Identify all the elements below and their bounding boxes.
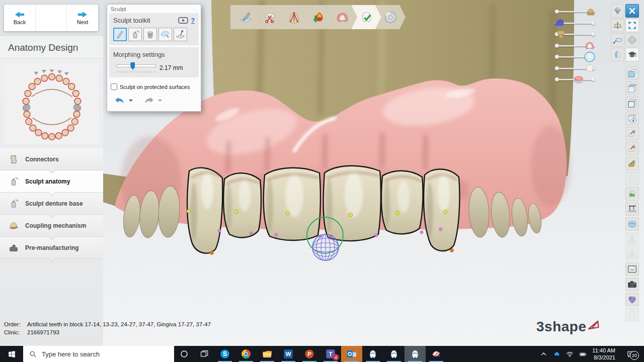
help-link[interactable]: ? <box>191 17 195 24</box>
magic-heart-button[interactable] <box>625 293 639 306</box>
clock[interactable]: 11:40 AM 8/3/2021 <box>592 347 615 361</box>
cube-top-button[interactable] <box>625 81 639 95</box>
taskbar-app-skype-0[interactable]: S <box>214 346 235 362</box>
explorer-icon <box>262 348 273 359</box>
taskbar-app-powerpoint-4[interactable]: P <box>299 346 320 362</box>
sidebar-item-coupling-mechanism[interactable]: Coupling mechanism <box>0 215 103 237</box>
close-icon <box>627 6 637 16</box>
layer-slider-thumb[interactable] <box>554 18 565 29</box>
slider-left-cap <box>555 66 559 70</box>
morphing-slider[interactable] <box>117 62 156 73</box>
taskbar-app-word-3[interactable]: W <box>278 346 299 362</box>
taskbar-app-dental-app-7[interactable] <box>362 346 383 362</box>
globe-disc-icon <box>627 35 637 45</box>
water-pot-button[interactable] <box>625 217 639 231</box>
prism-button[interactable] <box>611 4 624 18</box>
layer-slider-thumb[interactable] <box>584 40 595 51</box>
layer-slider-thumb[interactable] <box>584 51 595 62</box>
back-button[interactable]: Back <box>4 5 35 31</box>
sidebar-item-sculpt-anatomy[interactable]: Sculpt anatomy <box>0 170 103 193</box>
morphing-settings-section: Morphing settings 2.17 mm <box>109 47 199 77</box>
taskbar-app-chrome-1[interactable] <box>235 346 257 362</box>
tooth-transparency-button[interactable] <box>611 48 624 61</box>
tool-button-smooth[interactable] <box>158 28 172 41</box>
start-button[interactable] <box>0 346 23 362</box>
layer-slider-gingiva-disc[interactable] <box>553 74 597 85</box>
sculpt-protected-label[interactable]: Sculpt on protected surfaces <box>120 84 190 90</box>
cube-front-button[interactable] <box>625 66 639 80</box>
smile-window-button[interactable] <box>625 262 639 276</box>
slider-left-cap <box>555 44 559 48</box>
cube-iso-button[interactable] <box>625 97 639 110</box>
taskbar-app-explorer-2[interactable] <box>257 346 278 362</box>
wizard-cap-button[interactable] <box>625 48 639 61</box>
expand-button[interactable] <box>625 19 639 32</box>
video-tutorial-button[interactable] <box>178 17 188 24</box>
redo-button[interactable] <box>142 95 155 106</box>
sidebar-item-connectors[interactable]: Connectors <box>0 148 103 170</box>
battery-icon[interactable] <box>579 350 587 358</box>
3shape-logo-mark-icon <box>588 320 600 330</box>
layer-slider-thumb[interactable] <box>584 63 595 74</box>
camera-button[interactable] <box>625 278 639 291</box>
measure-button[interactable] <box>611 33 624 47</box>
onedrive-icon[interactable] <box>553 350 560 358</box>
tooth-probe-blue-button[interactable] <box>625 127 639 140</box>
layer-slider-thumb[interactable] <box>573 74 584 85</box>
next-button[interactable]: Next <box>67 5 98 31</box>
taskbar-app-outlook-6[interactable] <box>341 346 362 362</box>
workflow-steps <box>230 5 406 29</box>
layer-slider-thumb[interactable] <box>555 29 567 40</box>
action-center-button[interactable]: 20 <box>621 346 640 362</box>
tool-button-move-surface[interactable] <box>174 28 187 41</box>
tooth-ghost-icon <box>627 173 637 184</box>
tooth-ghost-button <box>625 172 639 186</box>
close-button[interactable] <box>625 4 639 18</box>
layer-slider-tooth-plain[interactable] <box>553 63 597 74</box>
search-input[interactable]: Type here to search <box>23 346 174 362</box>
layer-slider-scan-mesh[interactable] <box>553 18 597 29</box>
sculpt-protected-checkbox[interactable] <box>111 83 117 90</box>
tool-button-add-wax[interactable] <box>128 28 142 41</box>
workflow-step-order-design[interactable] <box>230 5 261 29</box>
undo-dropdown-caret[interactable] <box>129 100 133 104</box>
move-surface-icon <box>175 29 186 40</box>
tool-button-wax-knife[interactable] <box>113 28 127 41</box>
layer-slider-upper-block[interactable] <box>553 6 597 18</box>
tooth-landscape-button[interactable] <box>625 187 639 201</box>
sculpt-panel: Sculpt Sculpt toolkit ? Morphing setting… <box>107 4 201 112</box>
undo-button[interactable] <box>113 95 126 106</box>
taskbar-app-dental-app-9[interactable] <box>405 346 426 362</box>
tooth-plain-icon <box>584 63 595 74</box>
taskbar-app-teams-5[interactable]: T4 <box>320 346 341 362</box>
layer-slider-thumb[interactable] <box>585 6 596 17</box>
taskbar-app-dental-tool-10[interactable] <box>426 346 447 362</box>
cube-eye-icon <box>627 113 637 124</box>
sidebar-item-pre-manufacturing[interactable]: Pre-manufacturing <box>0 237 103 259</box>
wifi-icon[interactable] <box>566 350 574 358</box>
next-button-label: Next <box>77 19 89 25</box>
articulator-button[interactable] <box>625 202 639 216</box>
cube-eye-button[interactable] <box>625 112 639 125</box>
layer-slider-tooth-selected[interactable] <box>553 51 597 63</box>
tool-button-remove-wax[interactable] <box>143 28 157 41</box>
task-view-button[interactable] <box>194 346 214 362</box>
drop-arrow-icon <box>311 10 326 25</box>
tooth-probe-red-button[interactable] <box>625 142 639 155</box>
tooth-probe-gold-button[interactable] <box>625 157 639 170</box>
taskbar-app-dental-app-8[interactable] <box>383 346 405 362</box>
tooth-probe-red-icon <box>627 143 637 154</box>
chevron-up-icon[interactable] <box>540 350 547 358</box>
globe-disc-button[interactable] <box>625 33 639 47</box>
upper-denture-icon <box>584 40 595 51</box>
morphing-slider-track[interactable] <box>117 64 156 67</box>
morphing-slider-thumb[interactable] <box>130 62 135 70</box>
sculpt-panel-title[interactable]: Sculpt <box>107 5 201 13</box>
layer-slider-upper-denture[interactable] <box>553 40 597 52</box>
cortana-button[interactable] <box>174 346 194 362</box>
scan-mesh-icon <box>554 18 565 29</box>
cross-section-button[interactable] <box>611 19 624 32</box>
redo-dropdown-caret[interactable] <box>158 100 162 104</box>
sidebar-item-sculpt-denture-base[interactable]: Sculpt denture base <box>0 193 103 215</box>
layer-slider-teeth-blocks[interactable] <box>553 29 597 40</box>
